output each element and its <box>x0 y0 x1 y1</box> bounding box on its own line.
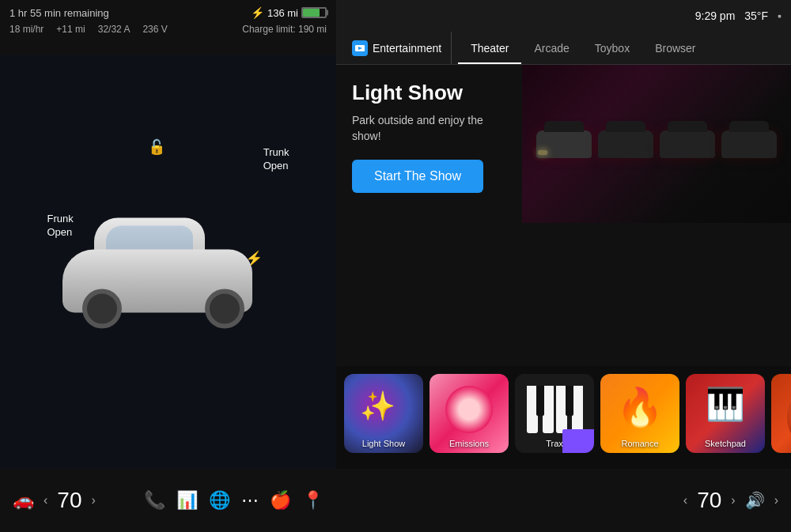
battery-fill <box>303 9 320 17</box>
piano-key <box>572 386 583 433</box>
app-tiles-row: Light Show Emissions Trax Romance Sketch… <box>336 366 791 469</box>
speed-right: 70 <box>697 488 721 513</box>
speed-nav-right[interactable]: › <box>91 493 95 507</box>
right-panel: Light Show Park outside and enjoy the sh… <box>336 65 791 469</box>
car-icon[interactable]: 🚗 <box>13 490 34 511</box>
battery-section: ⚡ 136 mi <box>251 6 327 19</box>
amps-stat: 32/32 A <box>98 24 131 35</box>
lightshow-section: Light Show Park outside and enjoy the sh… <box>336 65 518 209</box>
app-tile-trax[interactable]: Trax <box>515 374 594 453</box>
nav-tabs: Theater Arcade Toybox Browser <box>452 32 708 64</box>
car-preview-image <box>522 65 791 223</box>
status-bar-left: 1 hr 55 min remaining ⚡ 136 mi 18 mi/hr … <box>0 0 336 55</box>
app-tile-emissions[interactable]: Emissions <box>430 374 509 453</box>
status-bar-right: 9:29 pm 35°F ▪️ <box>336 0 791 32</box>
speed-left: 70 <box>57 488 81 513</box>
car-wheel-left <box>82 289 122 328</box>
tab-toybox[interactable]: Toybox <box>582 32 642 64</box>
car-silhouette-4 <box>721 130 777 158</box>
time-remaining: 1 hr 55 min remaining <box>9 7 109 19</box>
start-show-button[interactable]: Start The Show <box>352 160 483 193</box>
speed-right-nav-left[interactable]: ‹ <box>683 493 687 507</box>
camera-icon[interactable]: 🌐 <box>209 490 230 511</box>
charging-icon: ⚡ <box>251 6 264 19</box>
car-silhouette-1 <box>536 130 592 158</box>
trax-accent <box>562 429 594 453</box>
tab-arcade[interactable]: Arcade <box>521 32 581 64</box>
speed-nav-left[interactable]: ‹ <box>44 493 47 507</box>
tab-browser[interactable]: Browser <box>642 32 708 64</box>
battery-miles: 136 mi <box>267 7 298 19</box>
tab-theater[interactable]: Theater <box>458 32 521 64</box>
apps-icon[interactable]: 🍎 <box>270 490 291 511</box>
phone-icon[interactable]: 📞 <box>144 490 165 511</box>
app-tile-emissions-label: Emissions <box>449 439 489 448</box>
car-container: Frunk Open Trunk Open 🔓 ⚡ <box>0 55 336 469</box>
app-tile-mars[interactable]: Mars <box>771 374 791 453</box>
speed-stat: 18 mi/hr <box>9 24 44 35</box>
volume-icon[interactable]: 🔊 <box>745 491 765 510</box>
piano-key <box>536 386 544 416</box>
entertainment-section: Entertainment <box>343 32 452 64</box>
app-tile-trax-label: Trax <box>546 439 563 448</box>
app-tile-sketchpad-label: Sketchpad <box>705 439 746 448</box>
car-panel: Frunk Open Trunk Open 🔓 ⚡ <box>0 55 336 469</box>
taskbar-right: ‹ 70 › 🔊 › <box>336 469 791 532</box>
car-silhouette-3 <box>660 130 715 158</box>
entertainment-label: Entertainment <box>373 42 441 55</box>
app-tile-lightshow-label: Light Show <box>362 439 405 448</box>
taskbar-left: 🚗 ‹ 70 › 📞 📊 🌐 ⋯ 🍎 📍 <box>0 469 336 532</box>
taskbar-icons: 📞 📊 🌐 ⋯ 🍎 📍 <box>144 490 324 511</box>
app-tile-romance-label: Romance <box>621 439 658 448</box>
music-icon[interactable]: 📊 <box>176 490 198 511</box>
charge-limit: Charge limit: 190 mi <box>242 24 327 35</box>
current-temp: 35°F <box>744 9 768 22</box>
dots-icon[interactable]: ⋯ <box>241 490 259 511</box>
piano-key <box>566 386 573 416</box>
lightshow-title: Light Show <box>352 81 502 105</box>
entertainment-icon <box>352 40 368 56</box>
app-tile-romance[interactable]: Romance <box>600 374 679 453</box>
voltage-stat: 236 V <box>142 24 167 35</box>
current-time: 9:29 pm <box>695 9 736 22</box>
lightshow-description: Park outside and enjoy the show! <box>352 113 502 144</box>
speed-right-nav-right[interactable]: › <box>731 493 735 507</box>
nav-bar: Entertainment Theater Arcade Toybox Brow… <box>336 32 791 65</box>
range-gained: +11 mi <box>56 24 85 35</box>
volume-nav[interactable]: › <box>774 493 778 507</box>
battery-bar <box>301 7 327 18</box>
lock-icon: 🔓 <box>148 138 165 156</box>
battery-icon: ▪️ <box>778 9 782 22</box>
map-icon[interactable]: 📍 <box>302 490 324 511</box>
car-silhouette-2 <box>598 130 653 158</box>
trunk-label: Trunk Open <box>263 146 290 173</box>
car-wheel-right <box>205 289 244 328</box>
app-tile-sketchpad[interactable]: Sketchpad <box>686 374 765 453</box>
piano-key <box>543 386 554 433</box>
app-tile-lightshow[interactable]: Light Show <box>344 374 423 453</box>
car-image <box>47 202 268 336</box>
